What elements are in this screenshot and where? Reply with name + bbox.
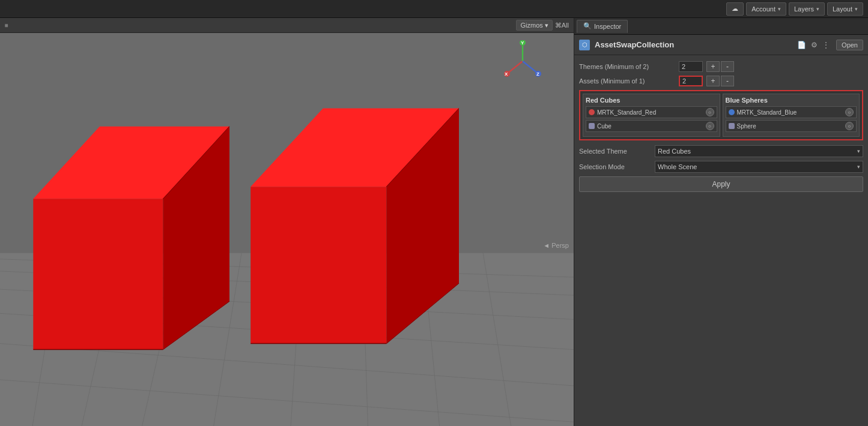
layout-button[interactable]: Layout ▾ bbox=[827, 2, 863, 16]
inspector-body: Themes (Minimum of 2) 2 + - Assets (Mini… bbox=[574, 55, 868, 426]
assets-label: Assets (Minimum of 1) bbox=[579, 77, 675, 85]
cloud-button[interactable]: ☁ bbox=[726, 2, 744, 16]
themes-minus-button[interactable]: - bbox=[721, 61, 734, 72]
scene-3d-view bbox=[0, 48, 574, 426]
blue-material-dot-icon bbox=[729, 109, 735, 115]
selection-mode-label: Selection Mode bbox=[579, 163, 651, 170]
assets-plus-button[interactable]: + bbox=[706, 76, 720, 86]
cube-dot-icon bbox=[589, 123, 595, 129]
svg-text:Z: Z bbox=[536, 71, 539, 77]
layout-label: Layout bbox=[833, 5, 852, 13]
scene-toolbar: ≡ Gizmos ▾ ⌘All bbox=[0, 18, 574, 33]
scene-view: ≡ Gizmos ▾ ⌘All bbox=[0, 18, 574, 426]
sphere-row: Sphere ○ bbox=[726, 120, 857, 132]
inspector-tab-label: Inspector bbox=[594, 23, 621, 30]
svg-marker-16 bbox=[33, 199, 163, 349]
assets-value[interactable]: 2 bbox=[679, 76, 703, 86]
gizmos-label: Gizmos bbox=[520, 22, 542, 29]
selected-theme-value: Red Cubes bbox=[658, 148, 691, 155]
red-material-dot-icon bbox=[589, 109, 595, 115]
inspector-panel: 🔍 Inspector ⬡ AssetSwapCollection 📄 ⚙ ⋮ … bbox=[574, 18, 868, 426]
selected-theme-label: Selected Theme bbox=[579, 148, 651, 155]
blue-material-row: MRTK_Standard_Blue ○ bbox=[726, 106, 857, 118]
svg-line-31 bbox=[508, 61, 523, 73]
svg-marker-21 bbox=[250, 187, 386, 343]
selection-mode-dropdown[interactable]: Whole Scene ▾ bbox=[655, 161, 863, 173]
cube-select-button[interactable]: ○ bbox=[706, 122, 714, 130]
selected-theme-row: Selected Theme Red Cubes ▾ bbox=[579, 145, 863, 157]
red-cubes-header: Red Cubes bbox=[586, 97, 717, 104]
gizmo-axes: Y X Z bbox=[502, 40, 544, 82]
overflow-icon[interactable]: ⋮ bbox=[821, 40, 831, 50]
unity-logo-icon: ⬡ bbox=[582, 41, 587, 48]
red-material-select-button[interactable]: ○ bbox=[706, 108, 714, 116]
account-label: Account bbox=[751, 5, 775, 13]
apply-button[interactable]: Apply bbox=[579, 176, 863, 192]
component-name: AssetSwapCollection bbox=[595, 40, 791, 49]
themes-assets-grid: Red Cubes MRTK_Standard_Red ○ Cube ○ bbox=[579, 90, 863, 140]
assets-plus-minus: + - bbox=[706, 76, 734, 86]
selected-theme-dropdown[interactable]: Red Cubes ▾ bbox=[655, 145, 863, 157]
panel-icons: 📄 ⚙ ⋮ bbox=[795, 40, 831, 50]
scene-toolbar-right: Gizmos ▾ ⌘All bbox=[516, 20, 569, 31]
inspector-tab-icon: 🔍 bbox=[583, 22, 592, 30]
sphere-name: Sphere bbox=[737, 123, 843, 130]
expand-icon: ≡ bbox=[5, 22, 8, 29]
svg-line-34 bbox=[523, 61, 538, 73]
themes-plus-button[interactable]: + bbox=[706, 61, 720, 72]
svg-text:Y: Y bbox=[521, 40, 524, 46]
selected-theme-arrow-icon: ▾ bbox=[857, 148, 860, 154]
cloud-icon: ☁ bbox=[732, 5, 738, 13]
inspector-header: ⬡ AssetSwapCollection 📄 ⚙ ⋮ Open bbox=[574, 35, 868, 55]
account-arrow-icon: ▾ bbox=[778, 6, 781, 12]
themes-label: Themes (Minimum of 2) bbox=[579, 63, 675, 70]
themes-field-row: Themes (Minimum of 2) 2 + - bbox=[579, 61, 863, 72]
selection-mode-value: Whole Scene bbox=[658, 163, 697, 170]
selection-mode-row: Selection Mode Whole Scene ▾ bbox=[579, 161, 863, 173]
settings-icon[interactable]: ⚙ bbox=[809, 40, 819, 50]
blue-material-name: MRTK_Standard_Blue bbox=[737, 109, 843, 116]
cube-row: Cube ○ bbox=[586, 120, 717, 132]
persp-label: ◄ Persp bbox=[543, 242, 569, 249]
script-icon[interactable]: 📄 bbox=[795, 40, 808, 50]
inspector-tab-bar: 🔍 Inspector bbox=[574, 18, 868, 35]
scene-canvas: Y X Z ◄ Persp bbox=[0, 33, 574, 426]
open-button[interactable]: Open bbox=[836, 40, 863, 50]
themes-value[interactable]: 2 bbox=[679, 61, 703, 72]
assets-field-row: Assets (Minimum of 1) 2 + - bbox=[579, 76, 863, 86]
gizmos-button[interactable]: Gizmos ▾ bbox=[516, 20, 552, 31]
cube-name: Cube bbox=[597, 123, 703, 130]
blue-material-select-button[interactable]: ○ bbox=[845, 108, 854, 116]
component-icon: ⬡ bbox=[579, 40, 590, 50]
all-label: ⌘All bbox=[555, 22, 569, 29]
sphere-select-button[interactable]: ○ bbox=[845, 122, 854, 130]
sphere-dot-icon bbox=[729, 123, 735, 129]
blue-spheres-header: Blue Spheres bbox=[726, 97, 857, 104]
layers-label: Layers bbox=[794, 5, 814, 13]
svg-text:X: X bbox=[505, 71, 508, 77]
assets-minus-button[interactable]: - bbox=[721, 76, 734, 86]
red-material-row: MRTK_Standard_Red ○ bbox=[586, 106, 717, 118]
selection-mode-arrow-icon: ▾ bbox=[857, 164, 860, 170]
themes-plus-minus: + - bbox=[706, 61, 734, 72]
layers-arrow-icon: ▾ bbox=[816, 6, 819, 12]
red-cubes-column: Red Cubes MRTK_Standard_Red ○ Cube ○ bbox=[583, 94, 720, 137]
top-bar: ☁ Account ▾ Layers ▾ Layout ▾ bbox=[0, 0, 868, 18]
gizmos-arrow-icon: ▾ bbox=[545, 22, 548, 29]
blue-spheres-column: Blue Spheres MRTK_Standard_Blue ○ Sphere… bbox=[723, 94, 860, 137]
scene-toolbar-left: ≡ bbox=[5, 22, 8, 29]
main-layout: ≡ Gizmos ▾ ⌘All bbox=[0, 18, 868, 426]
red-material-name: MRTK_Standard_Red bbox=[597, 109, 703, 116]
inspector-tab[interactable]: 🔍 Inspector bbox=[577, 20, 628, 33]
layout-arrow-icon: ▾ bbox=[855, 6, 858, 12]
layers-button[interactable]: Layers ▾ bbox=[789, 2, 825, 16]
account-button[interactable]: Account ▾ bbox=[746, 2, 786, 16]
